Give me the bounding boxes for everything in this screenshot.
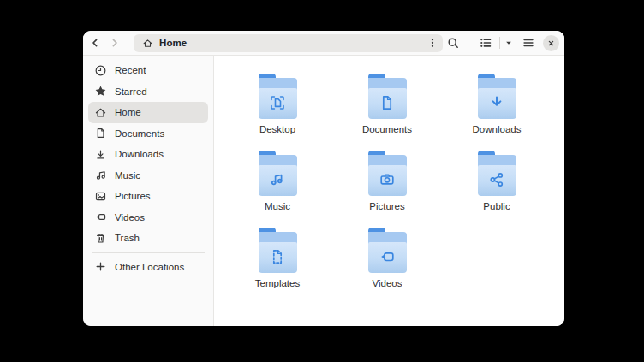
view-list-icon [479,36,492,50]
sidebar-footer: Other Locations [83,257,213,278]
sidebar-item-recent[interactable]: Recent [88,60,208,81]
toolbar-separator [499,37,500,49]
file-view[interactable]: Desktop Documents Downloads Music Pictur… [214,56,564,326]
folder-label: Documents [362,124,412,134]
sidebar-item-other-locations[interactable]: Other Locations [88,257,208,278]
image-icon [94,190,107,203]
sidebar-item-home[interactable]: Home [88,102,208,123]
sidebar-item-music[interactable]: Music [88,165,208,187]
sidebar-item-downloads[interactable]: Downloads [88,144,208,165]
chevron-down-icon [504,38,514,48]
sidebar-item-videos[interactable]: Videos [88,207,208,228]
folder-icon [259,151,297,196]
folder-documents[interactable]: Documents [332,68,442,145]
plus-icon [94,260,107,273]
folder-public[interactable]: Public [442,145,552,222]
sidebar-item-label: Home [115,107,141,117]
music-note-icon [94,169,107,181]
folder-label: Pictures [369,201,405,211]
path-menu-button[interactable] [425,34,440,52]
camera-emblem [378,170,397,189]
hamburger-icon [522,36,535,50]
desktop-emblem [268,93,287,112]
headerbar: Home [83,31,564,56]
sidebar-item-trash[interactable]: Trash [88,228,208,249]
folder-templates[interactable]: Templates [223,222,332,299]
view-toggle-button[interactable] [475,33,496,52]
pathbar-location: Home [159,38,187,48]
pathbar[interactable]: Home [134,34,443,52]
sidebar-item-label: Music [115,170,140,181]
folder-label: Downloads [473,124,522,134]
download-icon [94,148,107,161]
sidebar-item-documents[interactable]: Documents [88,123,208,145]
files-window: Home RecentStarredHomeDocumentsDownloads… [83,31,564,326]
folder-label: Music [265,201,290,211]
template-emblem [268,247,287,266]
sidebar-item-label: Other Locations [115,262,184,272]
search-button[interactable] [444,33,462,52]
close-button[interactable] [543,35,559,51]
folder-downloads[interactable]: Downloads [442,68,552,145]
folder-icon [478,151,516,196]
sidebar-item-label: Starred [115,86,147,97]
trash-icon [94,232,107,245]
search-icon [446,36,460,50]
sidebar-item-label: Trash [115,233,140,243]
forward-button[interactable] [105,33,124,52]
folder-icon [259,228,297,273]
chevron-left-icon [88,36,102,50]
sidebar-item-label: Recent [115,65,146,75]
share-emblem [487,170,506,189]
folder-grid: Desktop Documents Downloads Music Pictur… [223,68,564,299]
download-emblem [487,93,506,112]
clock-icon [94,64,107,77]
folder-icon [368,228,407,273]
sidebar-separator [92,252,205,253]
sidebar-item-pictures[interactable]: Pictures [88,186,208,207]
sidebar-item-label: Documents [115,128,164,139]
document-emblem [378,93,397,112]
folder-icon [368,74,407,119]
video-camera-icon [94,211,107,223]
sidebar-item-label: Downloads [115,149,164,159]
folder-icon [478,74,516,119]
home-icon [94,106,107,119]
folder-icon [368,151,407,196]
folder-videos[interactable]: Videos [332,222,442,299]
folder-icon [259,74,297,119]
folder-label: Desktop [259,124,295,134]
star-icon [94,85,107,98]
kebab-icon [426,36,439,50]
window-body: RecentStarredHomeDocumentsDownloadsMusic… [83,56,564,326]
view-options-button[interactable] [501,33,516,52]
sidebar: RecentStarredHomeDocumentsDownloadsMusic… [83,56,214,326]
back-button[interactable] [86,33,104,52]
sidebar-item-label: Pictures [115,191,151,201]
folder-label: Public [483,201,510,211]
document-icon [94,127,107,139]
sidebar-item-label: Videos [115,212,145,223]
sidebar-list: RecentStarredHomeDocumentsDownloadsMusic… [83,60,213,249]
video-emblem [378,247,397,266]
folder-music[interactable]: Music [223,145,332,222]
home-icon [142,38,153,49]
folder-desktop[interactable]: Desktop [223,68,332,145]
folder-label: Templates [255,278,300,288]
close-icon [546,38,557,49]
sidebar-item-starred[interactable]: Starred [88,81,208,103]
music-emblem [268,170,287,189]
desktop-background: Home RecentStarredHomeDocumentsDownloads… [0,0,644,362]
folder-pictures[interactable]: Pictures [332,145,442,222]
chevron-right-icon [108,36,122,50]
folder-label: Videos [373,278,402,288]
main-menu-button[interactable] [519,33,538,52]
